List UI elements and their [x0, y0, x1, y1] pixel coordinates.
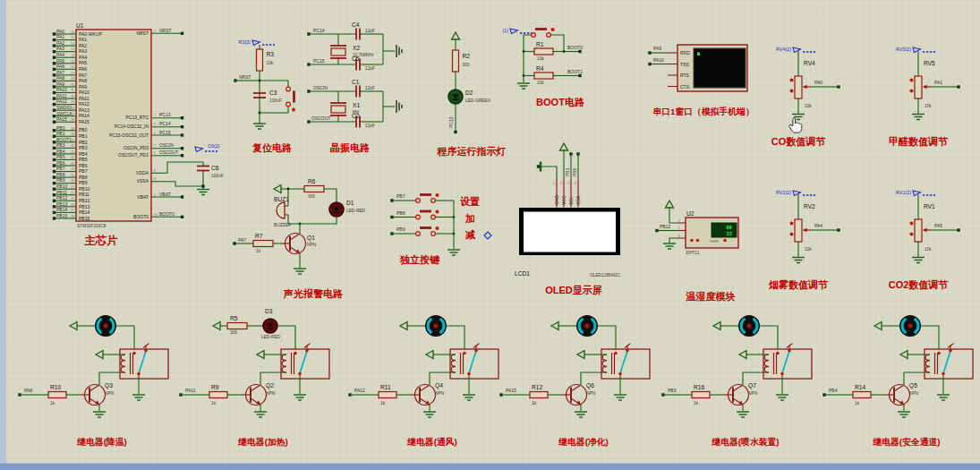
wire-pad[interactable] [181, 125, 183, 128]
resistor-body[interactable] [795, 219, 802, 242]
wire-pad[interactable] [53, 147, 55, 150]
wire-pad[interactable] [53, 103, 55, 106]
wire-pad[interactable] [233, 242, 235, 244]
resistor-body[interactable] [795, 76, 802, 98]
workspace-left-edge[interactable] [0, 0, 6, 470]
wire-pad[interactable] [53, 205, 55, 208]
wire-pad[interactable] [179, 393, 182, 396]
wire-pad[interactable] [454, 131, 456, 133]
pot-terminal-icon[interactable] [790, 222, 794, 226]
resistor-body[interactable] [209, 392, 227, 398]
wire-pad[interactable] [53, 32, 55, 35]
terminal-screen[interactable] [694, 48, 746, 88]
resistor-body[interactable] [48, 392, 66, 398]
wire-pad[interactable] [822, 393, 825, 396]
wire-pad[interactable] [661, 393, 664, 396]
resistor-body[interactable] [534, 48, 553, 55]
wire-pad[interactable] [53, 135, 55, 138]
wire-pad[interactable] [537, 165, 540, 167]
resistor-body[interactable] [227, 323, 247, 329]
wire-pad[interactable] [53, 158, 55, 161]
net-label: BOOT0 [159, 211, 175, 217]
resistor-body[interactable] [534, 73, 553, 79]
wire-pad[interactable] [18, 393, 21, 396]
wire-pad[interactable] [181, 216, 183, 218]
resistor-body[interactable] [253, 241, 273, 247]
wire-pad[interactable] [53, 121, 55, 124]
wire-pad[interactable] [181, 154, 183, 157]
wire-pad[interactable] [837, 85, 839, 88]
resistor-body[interactable] [915, 76, 922, 98]
wire-pad[interactable] [53, 56, 55, 59]
crystal-body[interactable] [331, 48, 345, 56]
pot-terminal-icon[interactable] [910, 222, 914, 226]
wire-pad[interactable] [53, 170, 55, 173]
wire-pad[interactable] [53, 97, 55, 99]
wire-pad[interactable] [53, 108, 55, 111]
wire-pad[interactable] [53, 80, 55, 82]
wire-pad[interactable] [53, 152, 55, 155]
wire-pad[interactable] [53, 68, 55, 71]
wire-pad[interactable] [53, 62, 55, 64]
wire-pad[interactable] [648, 51, 651, 54]
resistor-body[interactable] [304, 186, 324, 192]
net-label: BOOT1 [56, 137, 72, 142]
wire-pad[interactable] [53, 175, 55, 178]
wire-pad[interactable] [957, 228, 959, 231]
wire-pad[interactable] [53, 115, 55, 117]
wire-pad[interactable] [53, 73, 55, 76]
wire-pad[interactable] [499, 393, 502, 396]
wire-pad[interactable] [201, 184, 204, 187]
key-function-label: 加 [464, 213, 475, 224]
wire-pad[interactable] [181, 195, 183, 198]
wire-pad[interactable] [53, 193, 55, 196]
wire-pad[interactable] [53, 200, 55, 202]
net-label: NRST [159, 28, 172, 33]
pot-terminal-icon[interactable] [790, 90, 794, 93]
wire-pad[interactable] [837, 228, 839, 231]
section-caption: 独立按键 [399, 254, 440, 265]
wire-pad[interactable] [181, 116, 183, 119]
component-value: 300 [463, 63, 470, 67]
pot-terminal-icon[interactable] [910, 79, 914, 82]
resistor-body[interactable] [692, 392, 710, 398]
wire-pad[interactable] [53, 44, 55, 47]
wire-pad[interactable] [348, 393, 351, 396]
resistor-body[interactable] [453, 50, 459, 72]
wire-pad[interactable] [578, 50, 581, 53]
wire-pad[interactable] [181, 32, 183, 35]
wire-pad[interactable] [957, 85, 959, 88]
pot-terminal-icon[interactable] [790, 233, 794, 236]
wire-pad[interactable] [53, 85, 55, 88]
probe-label: R3(2) [239, 39, 251, 45]
component-ref: R4 [536, 65, 544, 72]
resistor-body[interactable] [257, 49, 263, 71]
wire-pad[interactable] [53, 38, 55, 41]
wire-pad[interactable] [53, 50, 55, 53]
wire-pad[interactable] [53, 91, 55, 94]
workspace-bottom-edge[interactable] [0, 464, 980, 470]
resistor-body[interactable] [379, 392, 396, 398]
resistor-body[interactable] [853, 392, 871, 398]
resistor-body[interactable] [915, 219, 922, 242]
wire-pad[interactable] [181, 133, 183, 136]
wire-pad[interactable] [53, 217, 55, 219]
wire-pad[interactable] [53, 164, 55, 167]
wire-pad[interactable] [648, 63, 651, 65]
pin-name: PA2 [79, 43, 87, 48]
oled-screen[interactable] [524, 212, 616, 252]
schematic-canvas[interactable]: U1STM32F103C8主芯片PA010PA0-WKUPPA111PA1PA2… [0, 0, 980, 470]
pin-number: 14 [71, 53, 75, 57]
wire-pad[interactable] [53, 182, 55, 184]
crystal-body[interactable] [331, 106, 345, 113]
pot-terminal-icon[interactable] [910, 233, 914, 236]
wire-pad[interactable] [578, 74, 581, 77]
wire-pad[interactable] [53, 141, 55, 143]
pot-terminal-icon[interactable] [910, 90, 914, 93]
wire-pad[interactable] [53, 211, 55, 214]
resistor-body[interactable] [530, 392, 548, 398]
wire-pad[interactable] [53, 129, 55, 132]
wire-pad[interactable] [53, 188, 55, 191]
wire-pad[interactable] [181, 147, 183, 150]
pot-terminal-icon[interactable] [790, 79, 794, 82]
